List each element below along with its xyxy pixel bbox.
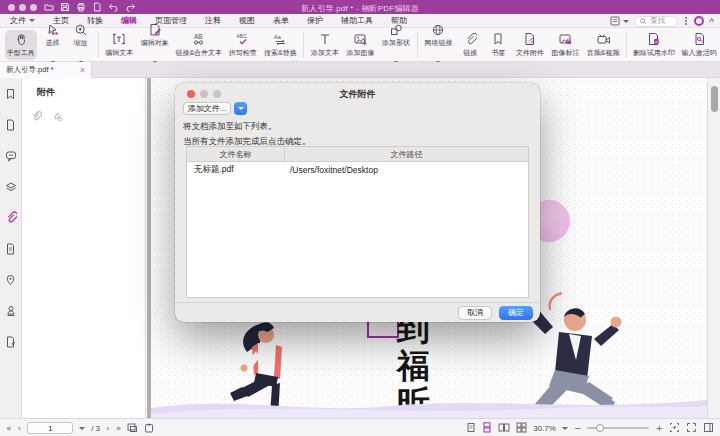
first-page-button[interactable]: « xyxy=(6,424,12,433)
file-attachment-button[interactable]: 文件附件 xyxy=(514,30,546,60)
stamps-panel-icon[interactable] xyxy=(5,303,17,321)
facing-view-icon[interactable] xyxy=(498,419,510,436)
bookmark-icon xyxy=(492,32,504,47)
audio-video-button[interactable]: 音频&视频 xyxy=(585,30,621,60)
read-mode-icon[interactable] xyxy=(703,419,714,436)
column-header-file-path[interactable]: 文件路径 xyxy=(285,147,528,161)
activation-code-button[interactable]: 输入激活码 xyxy=(680,30,718,60)
add-text-button[interactable]: 添加文本 xyxy=(309,30,341,60)
file-attachment-dialog: 文件附件 添加文件... 将文档添加至如下列表。 当所有文件添加完成后点击确定。… xyxy=(175,83,540,322)
menu-form[interactable]: 表单 xyxy=(267,14,295,27)
open-attachment-icon[interactable] xyxy=(31,108,42,126)
single-page-view-icon[interactable] xyxy=(466,419,476,436)
edit-text-button[interactable]: 编辑文本 xyxy=(103,30,135,60)
close-tab-icon[interactable]: × xyxy=(80,66,85,75)
status-bar: « ‹ 1 / 3 › » 30.7% − + xyxy=(0,418,720,436)
zoom-plus-icon xyxy=(74,22,88,37)
ribbon-separator xyxy=(626,32,627,57)
pages-panel-icon[interactable] xyxy=(5,117,16,135)
marquee-zoom-icon[interactable] xyxy=(669,419,680,436)
vertical-scrollbar[interactable] xyxy=(707,78,720,418)
file-name-cell: 无标题.pdf xyxy=(187,164,285,176)
ribbon-separator xyxy=(303,32,304,57)
file-path-cell: /Users/foxitnet/Desktop xyxy=(285,165,528,175)
page-display-icon[interactable] xyxy=(610,16,629,26)
svg-text:ABC: ABC xyxy=(236,33,247,39)
fullscreen-icon[interactable] xyxy=(686,419,697,436)
caret-down-icon xyxy=(623,20,629,23)
account-avatar[interactable] xyxy=(694,16,704,26)
location-pin-icon[interactable] xyxy=(5,272,16,290)
add-files-button[interactable]: 添加文件... xyxy=(183,102,231,115)
table-header-row: 文件名称 文件路径 xyxy=(187,147,528,162)
search-input[interactable]: 查找 xyxy=(634,16,678,27)
comments-panel-icon[interactable] xyxy=(5,148,17,166)
column-header-file-name[interactable]: 文件名称 xyxy=(187,147,285,161)
watermark-shield-icon xyxy=(647,32,661,47)
bookmark-button[interactable]: 书签 xyxy=(486,30,510,60)
paperclip-icon xyxy=(464,32,477,47)
zoom-slider[interactable] xyxy=(587,427,649,429)
attachment-settings-icon[interactable] xyxy=(52,108,63,126)
remove-trial-watermark-button[interactable]: 删除试用水印 xyxy=(632,30,676,60)
zoom-level-label[interactable]: 30.7% xyxy=(533,424,556,433)
attachments-panel-title: 附件 xyxy=(22,78,145,99)
cancel-button[interactable]: 取消 xyxy=(458,306,492,320)
dialog-title: 文件附件 xyxy=(175,88,540,101)
document-tab[interactable]: 新人引导.pdf * × xyxy=(0,62,92,78)
activation-key-icon xyxy=(693,32,706,47)
zoom-in-button[interactable]: + xyxy=(655,424,663,433)
page-number-input[interactable]: 1 xyxy=(27,422,73,434)
next-page-button[interactable]: › xyxy=(106,424,110,433)
zoom-slider-knob[interactable] xyxy=(596,424,604,432)
menu-accessibility[interactable]: 辅助工具 xyxy=(335,14,379,27)
ribbon-separator xyxy=(98,32,99,57)
confirm-button[interactable]: 确定 xyxy=(499,306,533,320)
zoom-out-button[interactable]: − xyxy=(574,424,582,433)
previous-page-button[interactable]: ‹ xyxy=(18,424,22,433)
menu-comment[interactable]: 注释 xyxy=(199,14,227,27)
destinations-panel-icon[interactable] xyxy=(5,241,16,259)
last-page-button[interactable]: » xyxy=(116,424,122,433)
caret-down-icon xyxy=(29,19,35,22)
add-files-dropdown-button[interactable] xyxy=(234,102,247,115)
fields-panel-icon[interactable] xyxy=(5,334,16,352)
scrollbar-thumb[interactable] xyxy=(711,86,718,112)
menu-view[interactable]: 视图 xyxy=(233,14,261,27)
hand-tool-button[interactable]: 手型工具 xyxy=(5,30,37,60)
menu-bar: 文件 主页 转换 编辑 页面管理 注释 视图 表单 保护 辅助工具 帮助 查找 … xyxy=(0,14,720,28)
link-join-text-button[interactable]: AB 链接&合并文本 xyxy=(174,30,223,60)
search-placeholder: 查找 xyxy=(650,16,665,26)
more-options-icon[interactable] xyxy=(685,20,687,22)
dialog-instruction-1: 将文档添加至如下列表。 xyxy=(183,121,277,133)
image-annotation-button[interactable]: 图像标注 xyxy=(550,30,582,60)
dialog-footer: 取消 确定 xyxy=(175,302,540,322)
collapse-ribbon-icon[interactable]: ^ xyxy=(709,17,714,26)
clipboard-icon[interactable] xyxy=(144,419,154,436)
attachments-panel-icon[interactable] xyxy=(5,210,17,228)
edit-text-icon xyxy=(112,32,126,47)
document-tab-bar: 新人引导.pdf * × xyxy=(0,62,720,78)
spell-check-button[interactable]: ABC 拼写检查 xyxy=(227,30,259,60)
caret-down-icon[interactable] xyxy=(562,427,568,430)
table-row[interactable]: 无标题.pdf /Users/foxitnet/Desktop xyxy=(187,162,528,178)
menu-file[interactable]: 文件 xyxy=(4,14,41,27)
image-annotation-icon xyxy=(558,32,572,47)
link-button[interactable]: 链接 xyxy=(458,30,482,60)
title-bar: 新人引导.pdf * - 福昕PDF编辑器 xyxy=(0,0,720,14)
add-text-icon xyxy=(318,32,332,47)
menu-protect[interactable]: 保护 xyxy=(301,14,329,27)
add-image-button[interactable]: 添加图像 xyxy=(345,30,377,60)
bookmarks-panel-icon[interactable] xyxy=(5,86,16,104)
document-tab-label: 新人引导.pdf * xyxy=(6,65,72,75)
caret-down-icon[interactable] xyxy=(79,427,85,430)
spell-check-icon: ABC xyxy=(235,32,251,47)
image-icon xyxy=(353,32,367,47)
globe-icon xyxy=(431,22,445,37)
snapshot-icon[interactable] xyxy=(127,419,138,436)
continuous-view-icon[interactable] xyxy=(482,419,492,436)
search-replace-button[interactable]: Aa 搜索&替换 xyxy=(263,30,299,60)
caret-down-icon xyxy=(238,107,244,110)
layers-panel-icon[interactable] xyxy=(5,179,17,197)
grid-view-icon[interactable] xyxy=(516,419,527,436)
